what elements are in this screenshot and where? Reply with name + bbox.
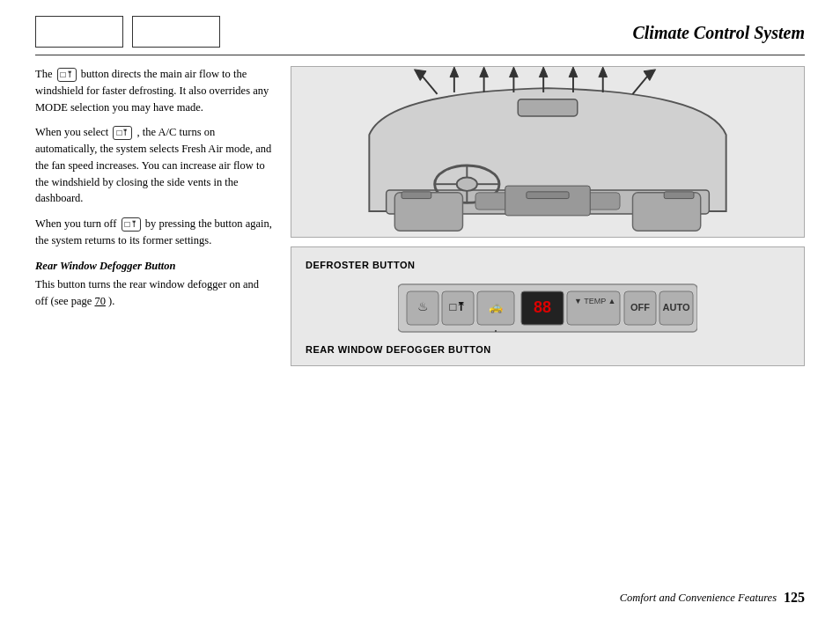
car-interior-svg <box>291 67 804 237</box>
svg-text:▼ TEMP ▲: ▼ TEMP ▲ <box>574 297 616 305</box>
svg-rect-13 <box>664 192 694 199</box>
footer-page: 125 <box>784 590 805 606</box>
diagram-column: DEFROSTER BUTTON ♨ □⤒ <box>291 66 805 366</box>
nav-boxes <box>35 16 220 48</box>
footer: Comfort and Convenience Features 125 <box>620 590 805 606</box>
paragraph-4: This button turns the rear window defogg… <box>35 276 273 310</box>
rear-window-label: REAR WINDOW DEFOGGER BUTTON <box>306 344 790 355</box>
svg-text:AUTO: AUTO <box>663 302 690 312</box>
defroster-icon-3: □⤒ <box>122 217 141 232</box>
control-panel-wrap: ♨ □⤒ 🚕 88 ▼ TEMP <box>306 277 790 339</box>
svg-rect-15 <box>518 99 578 116</box>
control-panel-svg: ♨ □⤒ 🚕 88 ▼ TEMP <box>398 277 697 339</box>
svg-text:🚕: 🚕 <box>489 299 504 314</box>
defroster-icon-1: □⤒ <box>57 68 77 82</box>
svg-rect-12 <box>402 192 431 199</box>
defroster-label: DEFROSTER BUTTON <box>306 260 790 270</box>
paragraph-1: The □⤒ button directs the main air flow … <box>35 66 273 115</box>
para3-prefix: When you turn off <box>35 217 116 230</box>
footer-text: Comfort and Convenience Features <box>620 592 777 605</box>
section-heading: Rear Window Defogger Button <box>35 258 273 275</box>
svg-text:OFF: OFF <box>630 302 650 312</box>
para4-text: This button turns the rear window defogg… <box>35 278 259 307</box>
svg-rect-11 <box>505 186 591 216</box>
paragraph-3: When you turn off □⤒ by pressing the but… <box>35 216 273 249</box>
nav-box-2[interactable] <box>132 16 220 48</box>
control-panel-diagram: DEFROSTER BUTTON ♨ □⤒ <box>291 246 805 366</box>
text-column: The □⤒ button directs the main air flow … <box>35 66 273 366</box>
header: Climate Control System <box>0 0 840 48</box>
svg-point-3 <box>457 177 477 190</box>
nav-box-1[interactable] <box>35 16 123 48</box>
defroster-icon-2: □⤒ <box>113 126 132 140</box>
para1-prefix: The <box>35 68 52 80</box>
svg-rect-14 <box>527 192 569 199</box>
svg-text:♨: ♨ <box>417 299 429 313</box>
svg-text:□⤒: □⤒ <box>450 300 467 313</box>
para2-prefix: When you select <box>35 126 108 138</box>
paragraph-2: When you select □⤒ , the A/C turns on au… <box>35 124 273 207</box>
page-title: Climate Control System <box>632 23 805 43</box>
page-link[interactable]: 70 <box>94 295 106 307</box>
car-interior-diagram <box>291 66 805 238</box>
main-content: The □⤒ button directs the main air flow … <box>0 55 840 366</box>
para4-close: ). <box>106 295 114 307</box>
svg-text:88: 88 <box>534 298 551 316</box>
